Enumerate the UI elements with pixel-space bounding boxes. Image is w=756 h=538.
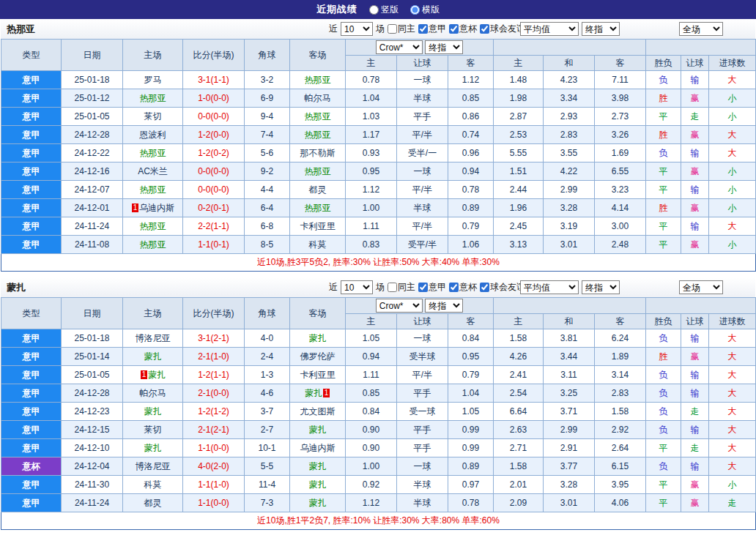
fullmatch-select[interactable]: 全场 [679,280,723,294]
away-team[interactable]: 蒙扎 [290,494,346,512]
home-team[interactable]: 蒙扎 [123,439,183,457]
match-score[interactable]: 3-1(2-1) [183,329,245,348]
avg-source-select[interactable]: 平均值 [520,280,579,294]
home-team[interactable]: 热那亚 [123,181,183,199]
away-team[interactable]: 帕尔马 [290,89,346,108]
home-team[interactable]: 热那亚 [123,89,183,108]
match-score[interactable]: 0-0(0-0) [183,162,245,181]
match-score[interactable]: 0-0(0-0) [183,108,245,126]
away-team[interactable]: 蒙扎 [290,421,346,439]
match-score[interactable]: 1-0(0-0) [183,89,245,108]
italy-cup-checkbox[interactable] [449,24,459,34]
home-team[interactable]: 帕尔马 [123,384,183,403]
result-outcome: 平 [646,476,681,494]
away-team[interactable]: 蒙扎1 [290,384,346,403]
match-score[interactable]: 2-1(0-0) [183,384,245,403]
match-score[interactable]: 1-1(1-0) [183,476,245,494]
match-score[interactable]: 1-2(0-2) [183,144,245,162]
odds-away: 0.79 [448,217,494,236]
match-score[interactable]: 0-2(0-1) [183,199,245,217]
home-team[interactable]: 热那亚 [123,144,183,162]
filter-serie-a[interactable]: 意甲 [418,23,446,35]
odds-source-select[interactable]: Crow* [376,40,423,54]
layout-horizontal-radio[interactable]: 横版 [410,4,440,16]
home-team[interactable]: AC米兰 [123,162,183,181]
away-team[interactable]: 热那亚 [290,126,346,144]
serie-a-checkbox[interactable] [418,24,428,34]
horizontal-radio-input[interactable] [410,5,420,15]
home-team[interactable]: 蒙扎 [123,348,183,366]
away-team[interactable]: 卡利亚里 [290,366,346,384]
filter-same-home[interactable]: 同主 [388,281,415,294]
filter-italy-cup[interactable]: 意杯 [449,281,477,294]
vertical-radio-input[interactable] [369,5,379,15]
club-friendly-checkbox[interactable] [480,283,489,292]
home-team[interactable]: 热那亚 [123,217,183,236]
italy-cup-checkbox[interactable] [449,283,459,292]
home-team[interactable]: 蒙扎 [123,403,183,421]
match-score[interactable]: 4-0(2-0) [183,457,245,476]
same-home-checkbox[interactable] [388,283,397,292]
home-team[interactable]: 博洛尼亚 [123,457,183,476]
avg-period-select[interactable]: 终指 [582,280,620,294]
home-team[interactable]: 罗马 [123,71,183,89]
home-team[interactable]: 科莫 [123,476,183,494]
sub-draw-header: 和 [544,314,595,329]
home-team[interactable]: 1乌迪内斯 [123,199,183,217]
home-team[interactable]: 恩波利 [123,126,183,144]
away-team[interactable]: 蒙扎 [290,457,346,476]
match-score[interactable]: 2-1(1-0) [183,348,245,366]
odds-handicap: 一球 [397,329,448,348]
home-team[interactable]: 1蒙扎 [123,366,183,384]
result-goals: 大 [709,329,756,348]
filter-serie-a[interactable]: 意甲 [418,281,446,294]
layout-vertical-radio[interactable]: 竖版 [369,4,399,16]
away-team[interactable]: 尤文图斯 [290,403,346,421]
home-team[interactable]: 博洛尼亚 [123,329,183,348]
match-score[interactable]: 1-1(0-0) [183,439,245,457]
match-score[interactable]: 1-2(1-2) [183,403,245,421]
avg-source-select[interactable]: 平均值 [520,22,579,36]
match-count-select[interactable]: 10 [341,280,373,294]
match-score[interactable]: 3-1(1-1) [183,71,245,89]
match-score[interactable]: 2-1(2-1) [183,421,245,439]
match-count-select[interactable]: 10 [341,22,373,36]
avg-away: 2.73 [595,108,646,126]
odds-handicap: 平/半 [397,366,448,384]
filter-italy-cup[interactable]: 意杯 [449,23,477,35]
away-team[interactable]: 蒙扎 [290,329,346,348]
match-score[interactable]: 1-1(0-1) [183,236,245,254]
home-team[interactable]: 都灵 [123,494,183,512]
home-team[interactable]: 莱切 [123,421,183,439]
match-score[interactable]: 1-2(1-1) [183,366,245,384]
table-row: 意甲24-12-23蒙扎1-2(1-2)3-7尤文图斯0.84受一球1.056.… [1,403,756,421]
away-team[interactable]: 蒙扎 [290,476,346,494]
away-team[interactable]: 那不勒斯 [290,144,346,162]
away-team[interactable]: 乌迪内斯 [290,439,346,457]
home-team[interactable]: 热那亚 [123,236,183,254]
odds-period-select[interactable]: 终指 [425,299,463,313]
away-team[interactable]: 佛罗伦萨 [290,348,346,366]
away-team[interactable]: 热那亚 [290,71,346,89]
away-team[interactable]: 科莫 [290,236,346,254]
match-score[interactable]: 1-2(0-0) [183,126,245,144]
match-score[interactable]: 0-0(0-0) [183,181,245,199]
filter-same-home[interactable]: 同主 [388,23,415,35]
away-team[interactable]: 热那亚 [290,162,346,181]
odds-period-select[interactable]: 终指 [425,40,463,54]
match-score[interactable]: 1-1(0-0) [183,494,245,512]
away-team[interactable]: 卡利亚里 [290,217,346,236]
away-team[interactable]: 热那亚 [290,108,346,126]
home-team[interactable]: 莱切 [123,108,183,126]
away-team[interactable]: 都灵 [290,181,346,199]
avg-odds-group-header [494,40,646,56]
same-home-checkbox[interactable] [388,24,397,34]
avg-period-select[interactable]: 终指 [582,22,620,36]
odds-source-select[interactable]: Crow* [376,299,423,313]
result-handicap: 赢 [681,236,709,254]
match-score[interactable]: 2-2(1-1) [183,217,245,236]
club-friendly-checkbox[interactable] [480,24,489,34]
serie-a-checkbox[interactable] [418,283,428,292]
away-team[interactable]: 热那亚 [290,199,346,217]
fullmatch-select[interactable]: 全场 [679,22,723,36]
